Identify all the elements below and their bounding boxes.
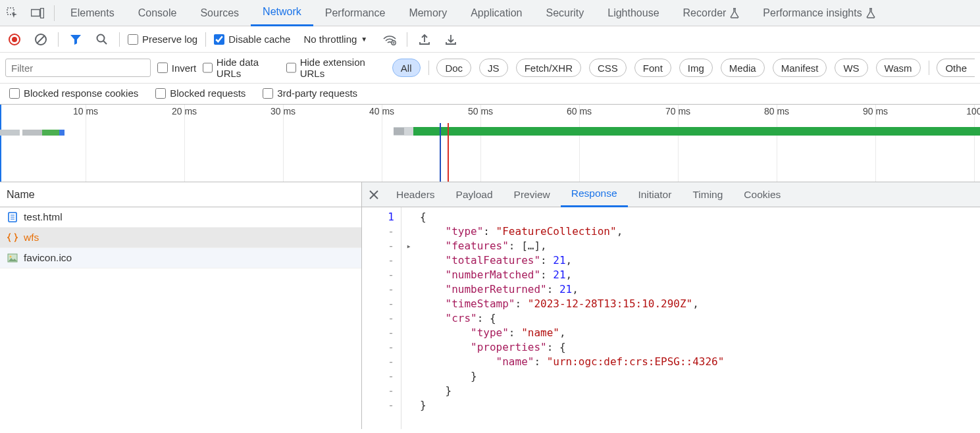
detail-tab-payload[interactable]: Payload (446, 182, 503, 207)
type-filter-all[interactable]: All (392, 59, 421, 77)
hide-data-urls-checkbox[interactable]: Hide data URLs (203, 57, 280, 79)
detail-tab-response[interactable]: Response (561, 182, 628, 207)
main-content: Name test.html wfs favicon.ico Headers P… (0, 182, 980, 429)
blocked-response-cookies-label: Blocked response cookies (24, 88, 138, 99)
export-har-icon[interactable] (415, 30, 434, 49)
preserve-log-checkbox[interactable]: Preserve log (128, 34, 197, 45)
response-body[interactable]: 1------------- ▸ { "type": "FeatureColle… (362, 207, 980, 429)
type-filter-img[interactable]: Img (679, 59, 713, 77)
invert-checkbox[interactable]: Invert (157, 63, 197, 74)
blocked-response-cookies-checkbox[interactable]: Blocked response cookies (9, 88, 138, 99)
detail-tab-timing[interactable]: Timing (682, 182, 733, 207)
hide-data-urls-input[interactable] (203, 63, 213, 73)
timeline-tick-label: 80 ms (764, 106, 789, 116)
divider (205, 32, 206, 47)
throttling-dropdown[interactable]: No throttling ▼ (298, 34, 373, 45)
tab-performance-insights[interactable]: Performance insights (751, 0, 887, 26)
hide-extension-urls-checkbox[interactable]: Hide extension URLs (286, 57, 384, 79)
svg-point-4 (12, 37, 17, 42)
filter-input[interactable] (5, 59, 151, 77)
divider (428, 61, 429, 75)
detail-tabs: Headers Payload Preview Response Initiat… (362, 182, 980, 207)
filter-toggle-icon[interactable] (66, 30, 85, 49)
detail-tab-initiator[interactable]: Initiator (628, 182, 683, 207)
timeline-tick-label: 10 ms (73, 106, 98, 116)
code-fold-column: ▸ (401, 207, 416, 429)
tab-application[interactable]: Application (459, 0, 534, 26)
request-name: test.html (24, 211, 63, 223)
fold-toggle-icon[interactable]: ▸ (401, 239, 416, 253)
third-party-requests-input[interactable] (263, 88, 273, 99)
third-party-requests-checkbox[interactable]: 3rd-party requests (263, 88, 357, 99)
blocked-requests-input[interactable] (155, 88, 166, 99)
blocked-requests-label: Blocked requests (170, 88, 245, 99)
close-detail-button[interactable] (362, 182, 386, 207)
device-toolbar-icon[interactable] (28, 3, 47, 23)
timeline-tick-label: 100 (966, 106, 980, 116)
disable-cache-label: Disable cache (228, 34, 290, 45)
tab-recorder[interactable]: Recorder (671, 0, 752, 26)
clear-button[interactable] (32, 30, 50, 49)
detail-tab-headers[interactable]: Headers (386, 182, 446, 207)
type-filter-media[interactable]: Media (721, 59, 765, 77)
hide-data-urls-label: Hide data URLs (217, 57, 280, 79)
divider (119, 32, 120, 47)
request-list-header-name[interactable]: Name (0, 182, 361, 207)
flask-icon (866, 8, 875, 18)
svg-point-7 (97, 34, 105, 41)
filter-bar: Invert Hide data URLs Hide extension URL… (0, 53, 980, 84)
request-row[interactable]: favicon.ico (0, 248, 361, 268)
divider (54, 5, 55, 21)
timeline-cursor[interactable] (0, 105, 1, 182)
tab-memory[interactable]: Memory (397, 0, 459, 26)
tab-recorder-label: Recorder (683, 7, 727, 19)
import-har-icon[interactable] (442, 30, 460, 49)
type-filter-doc[interactable]: Doc (436, 59, 471, 77)
waterfall-overview[interactable]: 10 ms20 ms30 ms40 ms50 ms60 ms70 ms80 ms… (0, 105, 980, 182)
request-list: Name test.html wfs favicon.ico (0, 182, 362, 429)
tab-console[interactable]: Console (126, 0, 189, 26)
type-filter-other[interactable]: Othe (937, 59, 975, 77)
svg-rect-2 (41, 8, 44, 18)
type-filter-manifest[interactable]: Manifest (773, 59, 827, 77)
hide-extension-urls-input[interactable] (286, 63, 296, 73)
tab-lighthouse[interactable]: Lighthouse (596, 0, 671, 26)
tab-security[interactable]: Security (534, 0, 596, 26)
tab-elements[interactable]: Elements (59, 0, 126, 26)
type-filter-css[interactable]: CSS (589, 59, 627, 77)
inspect-element-icon[interactable] (3, 3, 22, 23)
hide-extension-urls-label: Hide extension URLs (300, 57, 384, 79)
tab-performance[interactable]: Performance (313, 0, 398, 26)
chevron-down-icon: ▼ (361, 36, 367, 43)
blocked-response-cookies-input[interactable] (9, 88, 20, 99)
timeline-tick-label: 90 ms (863, 106, 888, 116)
svg-line-6 (37, 36, 45, 43)
timeline-bar-request-2 (394, 127, 980, 136)
preserve-log-input[interactable] (128, 34, 138, 45)
search-icon[interactable] (93, 30, 111, 49)
type-filter-ws[interactable]: WS (835, 59, 867, 77)
timeline-tick-label: 70 ms (665, 106, 690, 116)
devtools-top-tabs: Elements Console Sources Network Perform… (0, 0, 980, 26)
type-filter-wasm[interactable]: Wasm (876, 59, 921, 77)
divider (407, 32, 407, 47)
json-icon (7, 232, 18, 243)
throttling-label: No throttling (303, 34, 357, 45)
request-row[interactable]: wfs (0, 228, 361, 248)
type-filter-fetch-xhr[interactable]: Fetch/XHR (516, 59, 581, 77)
network-conditions-icon[interactable] (380, 30, 399, 49)
tab-network[interactable]: Network (251, 0, 313, 26)
detail-tab-cookies[interactable]: Cookies (733, 182, 791, 207)
request-row[interactable]: test.html (0, 207, 361, 228)
code-gutter: 1------------- (362, 207, 401, 429)
tab-sources[interactable]: Sources (188, 0, 251, 26)
disable-cache-checkbox[interactable]: Disable cache (214, 34, 290, 45)
blocked-requests-checkbox[interactable]: Blocked requests (155, 88, 245, 99)
invert-input[interactable] (157, 63, 168, 73)
type-filter-font[interactable]: Font (634, 59, 671, 77)
type-filter-js[interactable]: JS (479, 59, 508, 77)
record-button[interactable] (5, 30, 24, 49)
detail-tab-preview[interactable]: Preview (503, 182, 561, 207)
disable-cache-input[interactable] (214, 34, 224, 45)
tab-performance-insights-label: Performance insights (763, 7, 862, 19)
